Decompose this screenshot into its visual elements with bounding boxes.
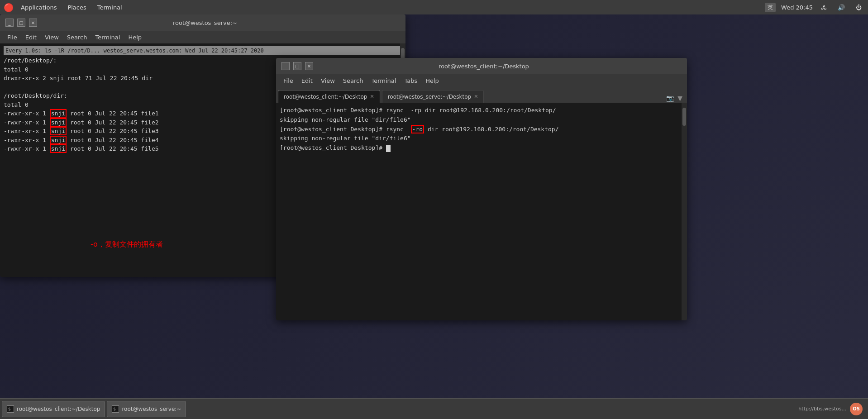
client-tab-1-label: root@westos_client:~/Desktop bbox=[284, 94, 367, 100]
server-menu-edit[interactable]: Edit bbox=[22, 33, 40, 42]
server-menu-help[interactable]: Help bbox=[124, 33, 145, 42]
server-close-btn[interactable]: ✕ bbox=[29, 19, 37, 27]
taskbar: $_ root@westos_client:~/Desktop $_ root@… bbox=[0, 398, 868, 419]
menu-places[interactable]: Places bbox=[63, 2, 91, 13]
server-maximize-btn[interactable]: □ bbox=[17, 19, 25, 27]
top-menubar: 🔴 Applications Places Terminal 英 Wed 20:… bbox=[0, 0, 868, 14]
client-win-buttons: _ □ ✕ bbox=[281, 62, 313, 70]
menu-applications[interactable]: Applications bbox=[16, 2, 61, 13]
power-icon[interactable]: ⏻ bbox=[853, 3, 864, 12]
server-title-text: root@westos_serve:~ bbox=[37, 19, 373, 26]
server-minimize-btn[interactable]: _ bbox=[5, 19, 14, 27]
client-menu-search[interactable]: Search bbox=[339, 76, 367, 86]
cursor-block bbox=[386, 145, 391, 152]
client-tab-2-close[interactable]: ✕ bbox=[474, 94, 478, 100]
highlight-snji-1: snji bbox=[50, 109, 67, 118]
client-menubar: File Edit View Search Terminal Tabs Help bbox=[276, 74, 687, 87]
highlight-snji-3: snji bbox=[50, 127, 67, 135]
taskbar-item-client-label: root@westos_client:~/Desktop bbox=[17, 406, 100, 412]
server-titlebar: _ □ ✕ root@westos_serve:~ bbox=[0, 14, 405, 31]
annotation-owner: -o，复制文件的拥有者 bbox=[91, 239, 163, 250]
client-tab-2-label: root@westos_serve:~/Desktop bbox=[388, 94, 472, 100]
client-line-5: [root@westos_client Desktop]# bbox=[280, 143, 683, 153]
highlight-snji-4: snji bbox=[50, 136, 67, 144]
menu-terminal[interactable]: Terminal bbox=[93, 2, 127, 13]
server-menu-view[interactable]: View bbox=[41, 33, 62, 42]
taskbar-term-icon-2: $_ bbox=[112, 405, 119, 413]
terminal-client: _ □ ✕ root@westos_client:~/Desktop File … bbox=[276, 58, 687, 320]
client-maximize-btn[interactable]: □ bbox=[293, 62, 301, 70]
desktop: _ □ ✕ root@westos_serve:~ File Edit View… bbox=[0, 14, 868, 398]
highlight-snji-5: snji bbox=[50, 144, 67, 153]
client-tab-1[interactable]: root@westos_client:~/Desktop ✕ bbox=[278, 90, 380, 103]
server-win-buttons: _ □ ✕ bbox=[5, 19, 37, 27]
client-tab-1-close[interactable]: ✕ bbox=[370, 94, 374, 100]
volume-icon[interactable]: 🔊 bbox=[835, 3, 848, 12]
client-menu-help[interactable]: Help bbox=[422, 76, 443, 86]
watch-header: Every 1.0s: ls -lR /root/D... westos_ser… bbox=[4, 46, 402, 55]
tab-dropdown-icon[interactable]: ▼ bbox=[677, 94, 683, 103]
client-titlebar: _ □ ✕ root@westos_client:~/Desktop bbox=[276, 58, 687, 74]
client-close-btn[interactable]: ✕ bbox=[305, 62, 313, 70]
client-menu-terminal[interactable]: Terminal bbox=[367, 76, 400, 86]
taskbar-right-area: http://bbs.westos... OS bbox=[798, 403, 866, 415]
client-line-3: [root@westos_client Desktop]# rsync -ro … bbox=[280, 125, 683, 134]
client-line-4: skipping non-regular file "dir/file6" bbox=[280, 134, 683, 143]
tab-screenshot-icon[interactable]: 📷 bbox=[665, 94, 675, 103]
language-indicator[interactable]: 英 bbox=[765, 3, 776, 12]
client-menu-view[interactable]: View bbox=[317, 76, 339, 86]
network-icon[interactable]: 🖧 bbox=[818, 3, 830, 12]
server-menu-file[interactable]: File bbox=[4, 33, 21, 42]
client-menu-edit[interactable]: Edit bbox=[298, 76, 316, 86]
taskbar-item-client[interactable]: $_ root@westos_client:~/Desktop bbox=[2, 401, 105, 417]
taskbar-url-text: http://bbs.westos... bbox=[798, 406, 846, 412]
client-line-1: [root@westos_client Desktop]# rsync -rp … bbox=[280, 106, 683, 115]
client-tab-2[interactable]: root@westos_serve:~/Desktop ✕ bbox=[382, 90, 484, 103]
client-minimize-btn[interactable]: _ bbox=[281, 62, 290, 70]
taskbar-item-server[interactable]: $_ root@westos_serve:~ bbox=[107, 401, 186, 417]
client-scrollbar-thumb bbox=[682, 108, 686, 126]
datetime-display: Wed 20:45 bbox=[781, 4, 813, 11]
client-terminal-content[interactable]: [root@westos_client Desktop]# rsync -rp … bbox=[276, 103, 687, 320]
client-title-text: root@westos_client:~/Desktop bbox=[313, 63, 654, 70]
client-line-2: skipping non-regular file "dir/file6" bbox=[280, 115, 683, 125]
taskbar-os-badge: OS bbox=[850, 403, 863, 415]
client-menu-tabs[interactable]: Tabs bbox=[401, 76, 421, 86]
server-menu-search[interactable]: Search bbox=[63, 33, 91, 42]
taskbar-item-server-label: root@westos_serve:~ bbox=[122, 406, 181, 412]
tab-icon-area: 📷 ▼ bbox=[665, 94, 685, 103]
app-logo: 🔴 bbox=[4, 3, 14, 12]
server-menu-terminal[interactable]: Terminal bbox=[91, 33, 124, 42]
highlight-ro: -ro bbox=[411, 125, 424, 133]
client-scrollbar[interactable] bbox=[682, 103, 687, 320]
taskbar-term-icon-1: $_ bbox=[7, 405, 14, 413]
client-output: [root@westos_client Desktop]# rsync -rp … bbox=[280, 106, 683, 153]
server-menubar: File Edit View Search Terminal Help bbox=[0, 31, 405, 43]
client-tabbar: root@westos_client:~/Desktop ✕ root@west… bbox=[276, 87, 687, 103]
client-menu-file[interactable]: File bbox=[280, 76, 297, 86]
highlight-snji-2: snji bbox=[50, 118, 67, 127]
